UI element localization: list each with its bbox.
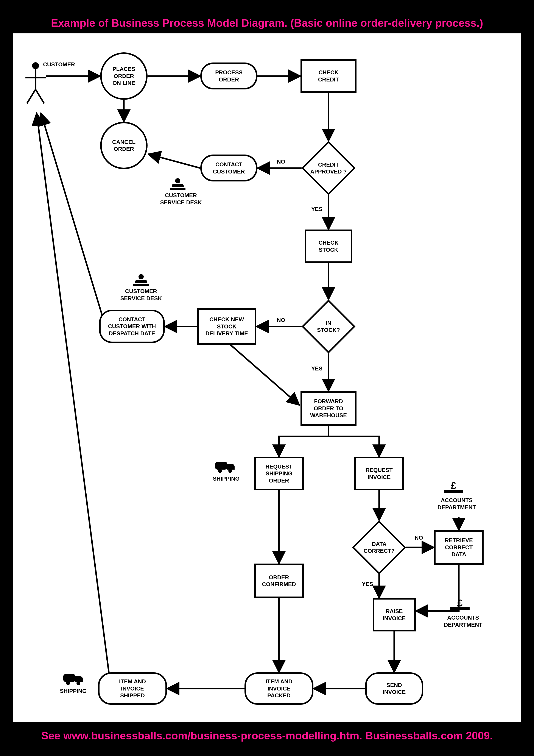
node-forward-order: FORWARD ORDER TO WAREHOUSE xyxy=(300,391,357,426)
svg-point-31 xyxy=(139,274,144,279)
node-label: CANCEL ORDER xyxy=(111,137,137,154)
node-label: DATA CORRECT? xyxy=(352,521,406,574)
node-retrieve-data: RETRIEVE CORRECT DATA xyxy=(434,530,484,565)
svg-rect-33 xyxy=(215,462,227,470)
svg-line-12 xyxy=(231,345,299,405)
svg-rect-32 xyxy=(133,284,149,286)
node-label: ORDER CONFIRMED xyxy=(261,573,297,589)
node-cancel-order: CANCEL ORDER xyxy=(100,122,147,169)
customer-service-desk-icon-2 xyxy=(133,274,150,287)
node-label: ITEM AND INVOICE SHIPPED xyxy=(118,677,147,700)
node-label: CHECK NEW STOCK DELIVERY TIME xyxy=(204,315,249,338)
customer-label: CUSTOMER xyxy=(43,61,75,68)
accounts-department-label: ACCOUNTS DEPARTMENT xyxy=(434,497,479,511)
svg-line-28 xyxy=(36,90,44,103)
pound-symbol: £ xyxy=(450,598,470,608)
edge-label-yes-3: YES xyxy=(362,581,373,587)
node-data-correct: DATA CORRECT? xyxy=(352,521,406,574)
node-request-shipping: REQUEST SHIPPING ORDER xyxy=(254,457,304,490)
node-places-order: PLACES ORDER ON LINE xyxy=(100,52,147,100)
node-check-new-stock: CHECK NEW STOCK DELIVERY TIME xyxy=(197,308,256,345)
node-process-order: PROCESS ORDER xyxy=(200,63,257,90)
node-label: CONTACT CUSTOMER xyxy=(212,160,246,176)
node-label: PROCESS ORDER xyxy=(214,68,244,84)
pound-symbol: £ xyxy=(444,481,463,491)
edge-label-yes-2: YES xyxy=(311,365,322,372)
node-contact-customer-despatch: CONTACT CUSTOMER WITH DESPATCH DATE xyxy=(99,310,165,343)
svg-point-35 xyxy=(228,469,232,473)
node-label: CONTACT CUSTOMER WITH DESPATCH DATE xyxy=(107,315,157,338)
pound-icon-2: £ xyxy=(450,598,470,610)
node-send-invoice: SEND INVOICE xyxy=(365,672,423,705)
svg-point-34 xyxy=(218,469,222,473)
node-label: REQUEST INVOICE xyxy=(364,465,394,482)
node-check-stock: CHECK STOCK xyxy=(305,230,352,263)
node-credit-approved: CREDIT APPROVED ? xyxy=(302,141,355,195)
node-label: PLACES ORDER ON LINE xyxy=(111,64,136,88)
node-order-confirmed: ORDER CONFIRMED xyxy=(254,564,304,598)
node-label: CHECK STOCK xyxy=(317,238,340,255)
node-check-credit: CHECK CREDIT xyxy=(300,59,357,93)
node-label: RAISE INVOICE xyxy=(381,607,407,623)
edge-label-no: NO xyxy=(277,158,285,165)
shipping-label-2: SHIPPING xyxy=(59,688,87,694)
svg-rect-36 xyxy=(63,674,75,682)
edge-label-no-2: NO xyxy=(277,317,285,323)
svg-line-27 xyxy=(27,90,36,103)
node-raise-invoice: RAISE INVOICE xyxy=(373,598,416,632)
svg-point-37 xyxy=(66,681,70,685)
shipping-icon xyxy=(214,460,236,474)
node-label: IN STOCK? xyxy=(302,300,355,353)
shipping-label: SHIPPING xyxy=(212,475,240,482)
page-footer: See www.businessballs.com/business-proce… xyxy=(0,729,534,742)
svg-point-24 xyxy=(32,62,39,69)
shipping-icon-2 xyxy=(63,672,84,687)
node-request-invoice: REQUEST INVOICE xyxy=(354,457,404,490)
pound-icon: £ xyxy=(444,481,463,493)
node-item-invoice-shipped: ITEM AND INVOICE SHIPPED xyxy=(98,672,167,705)
edge-label-yes: YES xyxy=(311,206,322,212)
customer-service-desk-label-2: CUSTOMER SERVICE DESK xyxy=(118,288,164,302)
node-in-stock: IN STOCK? xyxy=(302,300,355,353)
svg-line-22 xyxy=(37,113,111,688)
svg-point-38 xyxy=(76,681,80,685)
node-item-invoice-packed: ITEM AND INVOICE PACKED xyxy=(244,672,314,705)
svg-rect-30 xyxy=(170,188,186,190)
diagram-canvas: CUSTOMER PLACES ORDER ON LINE PROCESS OR… xyxy=(13,33,521,722)
node-label: RETRIEVE CORRECT DATA xyxy=(444,535,474,559)
customer-service-desk-icon xyxy=(169,178,186,192)
edge-label-no-3: NO xyxy=(415,534,423,541)
page-title: Example of Business Process Model Diagra… xyxy=(0,17,534,29)
node-contact-customer: CONTACT CUSTOMER xyxy=(200,154,257,181)
node-label: ITEM AND INVOICE PACKED xyxy=(264,677,294,700)
node-label: CREDIT APPROVED ? xyxy=(302,141,355,195)
accounts-department-label-2: ACCOUNTS DEPARTMENT xyxy=(441,614,486,628)
node-label: REQUEST SHIPPING ORDER xyxy=(264,462,294,486)
node-label: FORWARD ORDER TO WAREHOUSE xyxy=(309,396,348,420)
svg-line-5 xyxy=(148,154,200,168)
node-label: CHECK CREDIT xyxy=(317,68,340,84)
node-label: SEND INVOICE xyxy=(381,680,407,697)
svg-point-29 xyxy=(175,178,180,183)
customer-service-desk-label: CUSTOMER SERVICE DESK xyxy=(158,192,204,206)
